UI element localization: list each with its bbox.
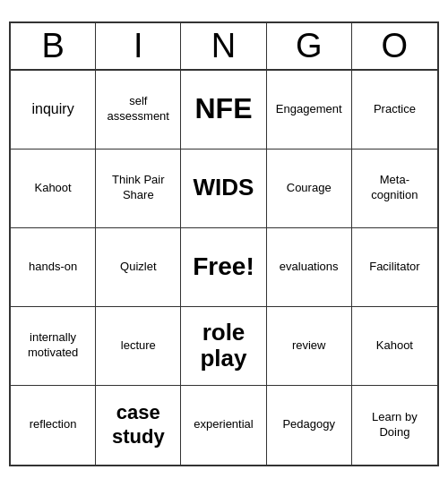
cell-internally-motivated: internally motivated: [11, 307, 96, 386]
cell-lecture: lecture: [96, 307, 181, 386]
cell-think-pair-share: Think Pair Share: [96, 150, 181, 228]
cell-experiential: experiential: [181, 386, 266, 465]
cell-role-play: role play: [181, 307, 266, 386]
cell-inquiry: inquiry: [11, 71, 96, 150]
cell-quizlet: Quizlet: [96, 228, 181, 307]
cell-kahoot-r2: Kahoot: [11, 150, 96, 228]
cell-metacognition: Meta-cognition: [352, 150, 437, 228]
cell-reflection: reflection: [11, 386, 96, 465]
cell-facilitator: Facilitator: [352, 228, 437, 307]
cell-hands-on: hands-on: [11, 228, 96, 307]
header-letter-n: N: [181, 23, 266, 69]
cell-review: review: [267, 307, 352, 386]
cell-case-study: case study: [96, 386, 181, 465]
header-letter-i: I: [96, 23, 181, 69]
cell-learn-by-doing: Learn by Doing: [352, 386, 437, 465]
header-letter-b: B: [11, 23, 96, 69]
bingo-header: BINGO: [11, 23, 437, 71]
cell-wids: WIDS: [181, 150, 266, 228]
header-letter-o: O: [352, 23, 437, 69]
cell-courage: Courage: [267, 150, 352, 228]
cell-self-assessment: self assessment: [96, 71, 181, 150]
bingo-card: BINGO inquiryself assessmentNFEEngagemen…: [9, 21, 439, 466]
header-letter-g: G: [267, 23, 352, 69]
cell-engagement: Engagement: [267, 71, 352, 150]
cell-nfe: NFE: [181, 71, 266, 150]
cell-practice: Practice: [352, 71, 437, 150]
cell-kahoot-r4: Kahoot: [352, 307, 437, 386]
cell-pedagogy: Pedagogy: [267, 386, 352, 465]
cell-free: Free!: [181, 228, 266, 307]
cell-evaluations: evaluations: [267, 228, 352, 307]
bingo-grid: inquiryself assessmentNFEEngagementPract…: [11, 71, 437, 465]
